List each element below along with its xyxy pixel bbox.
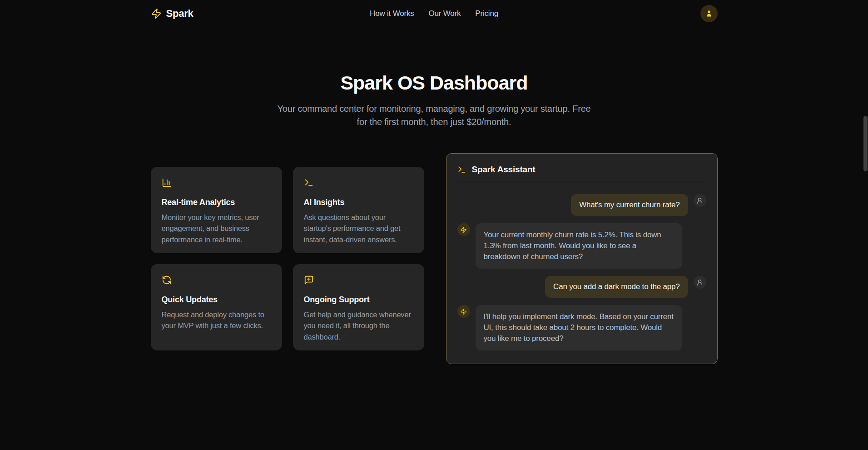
nav-link-our-work[interactable]: Our Work bbox=[429, 9, 461, 18]
refresh-ccw-icon bbox=[162, 279, 172, 286]
feature-title: AI Insights bbox=[304, 198, 413, 207]
assistant-panel: Spark Assistant What's my current churn … bbox=[446, 153, 718, 364]
features-grid: Real-time Analytics Monitor your key met… bbox=[151, 167, 424, 350]
assistant-avatar bbox=[457, 223, 470, 236]
user-avatar bbox=[694, 194, 706, 207]
assistant-avatar bbox=[457, 305, 470, 318]
brand-name: Spark bbox=[166, 8, 193, 20]
panel-divider bbox=[457, 182, 706, 182]
feature-title: Quick Updates bbox=[162, 295, 271, 305]
chart-column-icon bbox=[162, 181, 172, 189]
message-bubble: Your current monthly churn rate is 5.2%.… bbox=[476, 223, 682, 269]
terminal-icon bbox=[457, 165, 466, 174]
assistant-title: Spark Assistant bbox=[472, 165, 536, 175]
navbar: Spark How it Works Our Work Pricing bbox=[0, 0, 868, 27]
chat-message-assistant: I'll help you implement dark mode. Based… bbox=[457, 305, 706, 350]
nav-link-how-it-works[interactable]: How it Works bbox=[370, 9, 414, 18]
user-filled-icon bbox=[704, 9, 714, 18]
feature-card-realtime-analytics: Real-time Analytics Monitor your key met… bbox=[151, 167, 282, 253]
scrollbar-thumb[interactable] bbox=[863, 116, 868, 171]
nav-link-pricing[interactable]: Pricing bbox=[475, 9, 498, 18]
chat-message-user: What's my current churn rate? bbox=[457, 194, 706, 216]
nav-links: How it Works Our Work Pricing bbox=[370, 0, 498, 27]
user-icon bbox=[696, 197, 703, 204]
feature-description: Monitor your key metrics, user engagemen… bbox=[162, 212, 271, 245]
user-avatar bbox=[694, 276, 706, 289]
zap-icon bbox=[151, 8, 162, 19]
feature-description: Get help and guidance whenever you need … bbox=[304, 309, 413, 342]
feature-description: Ask questions about your startup's perfo… bbox=[304, 212, 413, 245]
feature-card-ongoing-support: Ongoing Support Get help and guidance wh… bbox=[293, 264, 424, 350]
feature-card-quick-updates: Quick Updates Request and deploy changes… bbox=[151, 264, 282, 350]
chat-message-assistant: Your current monthly churn rate is 5.2%.… bbox=[457, 223, 706, 269]
chat-message-user: Can you add a dark mode to the app? bbox=[457, 276, 706, 298]
message-square-plus-icon bbox=[304, 279, 314, 286]
feature-title: Real-time Analytics bbox=[162, 198, 271, 207]
message-bubble: What's my current churn rate? bbox=[571, 194, 688, 216]
brand[interactable]: Spark bbox=[151, 8, 193, 20]
hero-section: Spark OS Dashboard Your command center f… bbox=[0, 72, 868, 129]
chat-messages: What's my current churn rate? Your curre… bbox=[457, 194, 706, 350]
feature-description: Request and deploy changes to your MVP w… bbox=[162, 309, 271, 331]
feature-title: Ongoing Support bbox=[304, 295, 413, 305]
account-avatar-button[interactable] bbox=[700, 5, 718, 22]
hero-subtitle: Your command center for monitoring, mana… bbox=[275, 102, 593, 129]
message-bubble: Can you add a dark mode to the app? bbox=[545, 276, 688, 298]
feature-card-ai-insights: AI Insights Ask questions about your sta… bbox=[293, 167, 424, 253]
user-icon bbox=[696, 279, 703, 286]
zap-icon bbox=[460, 308, 467, 315]
zap-icon bbox=[460, 226, 467, 233]
message-bubble: I'll help you implement dark mode. Based… bbox=[476, 305, 682, 350]
terminal-icon bbox=[304, 181, 314, 189]
assistant-panel-header: Spark Assistant bbox=[457, 165, 706, 175]
page-title: Spark OS Dashboard bbox=[0, 72, 868, 94]
